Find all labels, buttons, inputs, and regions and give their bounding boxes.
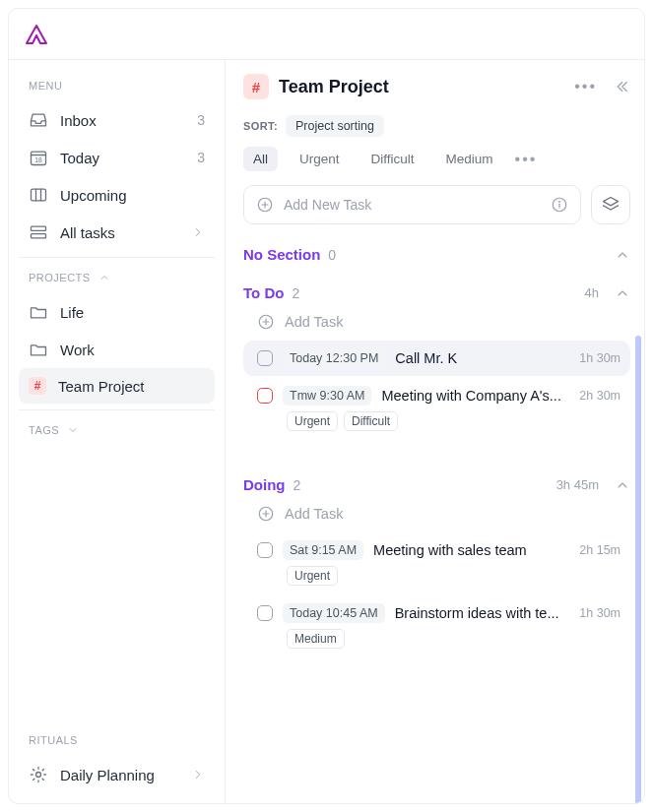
- task-duration: 1h 30m: [579, 606, 620, 620]
- filter-row: All Urgent Difficult Medium •••: [243, 147, 630, 171]
- chevron-right-icon: [191, 225, 205, 239]
- task-when: Today 12:30 PM: [283, 348, 385, 368]
- info-icon[interactable]: [551, 196, 568, 214]
- section-count: 2: [292, 285, 299, 301]
- task-row[interactable]: Tmw 9:30 AM Meeting with Company A's... …: [243, 378, 630, 439]
- add-new-task-input[interactable]: Add New Task: [243, 185, 581, 224]
- task-checkbox[interactable]: [257, 350, 273, 366]
- nav-inbox[interactable]: Inbox 3: [19, 101, 215, 139]
- nav-label: Today: [60, 150, 99, 166]
- sun-icon: [29, 765, 48, 784]
- section-name[interactable]: To Do: [243, 284, 284, 301]
- folder-icon: [29, 302, 48, 322]
- sort-value[interactable]: Project sorting: [286, 115, 384, 137]
- chevron-up-icon[interactable]: [615, 477, 630, 493]
- section-name[interactable]: No Section: [243, 246, 320, 263]
- nav-today[interactable]: 18 Today 3: [19, 139, 215, 176]
- task-when: Tmw 9:30 AM: [283, 386, 371, 406]
- nav-count: 3: [197, 112, 205, 128]
- task-duration: 2h 30m: [579, 389, 620, 403]
- svg-rect-4: [32, 234, 46, 238]
- task-checkbox[interactable]: [257, 605, 273, 621]
- project-team-project[interactable]: # Team Project: [19, 368, 215, 404]
- nav-label: Upcoming: [60, 187, 127, 204]
- content: # Team Project ••• SORT: Project sorting…: [226, 60, 644, 803]
- section-count: 2: [294, 477, 301, 493]
- folder-icon: [29, 340, 48, 359]
- topbar: [9, 9, 644, 60]
- chevron-down-icon: [67, 424, 79, 436]
- page-header: # Team Project •••: [243, 74, 630, 99]
- svg-text:18: 18: [34, 156, 42, 163]
- section-no-section: No Section 0: [243, 246, 630, 263]
- section-to-do: To Do 2 4h Add Task Today 12:30 PM Cal: [243, 284, 630, 439]
- filter-urgent[interactable]: Urgent: [290, 147, 350, 171]
- task-tag[interactable]: Urgent: [287, 566, 338, 586]
- plus-icon: [257, 505, 275, 523]
- collapse-icon[interactable]: [613, 78, 630, 95]
- section-name[interactable]: Doing: [243, 476, 286, 493]
- section-doing: Doing 2 3h 45m Add Task Sat 9:15 AM Me: [243, 476, 630, 656]
- svg-point-5: [36, 773, 41, 778]
- logo-icon: [25, 24, 48, 45]
- chevron-up-icon[interactable]: [615, 247, 630, 263]
- nav-label: Life: [60, 304, 84, 321]
- layers-button[interactable]: [591, 185, 630, 224]
- task-row[interactable]: Sat 9:15 AM Meeting with sales team 2h 1…: [243, 532, 630, 593]
- task-tag[interactable]: Medium: [287, 629, 345, 649]
- list-icon: [29, 222, 48, 242]
- svg-rect-2: [32, 189, 46, 201]
- task-duration: 1h 30m: [579, 351, 620, 365]
- add-task-button[interactable]: Add Task: [243, 493, 630, 532]
- divider: [19, 409, 215, 410]
- page-title: Team Project: [279, 77, 389, 97]
- chevron-up-icon[interactable]: [615, 285, 630, 301]
- task-checkbox[interactable]: [257, 542, 273, 558]
- calendar-icon: 18: [29, 148, 48, 167]
- divider: [19, 257, 215, 258]
- add-new-placeholder: Add New Task: [284, 197, 371, 213]
- section-duration: 4h: [585, 285, 599, 300]
- projects-heading[interactable]: PROJECTS: [19, 268, 215, 293]
- task-tag[interactable]: Urgent: [287, 411, 338, 431]
- inbox-icon: [29, 110, 48, 130]
- chevron-right-icon: [191, 768, 205, 781]
- task-row[interactable]: Today 12:30 PM Call Mr. K 1h 30m: [243, 341, 630, 376]
- chevron-up-icon: [98, 272, 110, 283]
- task-tag[interactable]: Difficult: [344, 411, 398, 431]
- more-filters-icon[interactable]: •••: [515, 151, 538, 168]
- task-title: Meeting with Company A's...: [381, 388, 561, 404]
- section-count: 0: [328, 247, 336, 263]
- task-checkbox[interactable]: [257, 388, 273, 404]
- sort-row: SORT: Project sorting: [243, 115, 630, 137]
- task-title: Meeting with sales team: [373, 542, 527, 558]
- nav-label: All tasks: [60, 224, 115, 241]
- add-task-button[interactable]: Add Task: [243, 301, 630, 341]
- tags-heading[interactable]: TAGS: [19, 420, 215, 446]
- task-when: Sat 9:15 AM: [283, 540, 363, 560]
- task-title: Brainstorm ideas with te...: [395, 605, 559, 621]
- filter-medium[interactable]: Medium: [436, 147, 503, 171]
- project-life[interactable]: Life: [19, 293, 215, 331]
- app-window: MENU Inbox 3 18 Today 3 Upcoming All tas…: [8, 8, 645, 804]
- filter-difficult[interactable]: Difficult: [361, 147, 424, 171]
- ritual-daily-planning[interactable]: Daily Planning: [19, 756, 215, 793]
- task-duration: 2h 15m: [579, 543, 620, 557]
- hash-icon: #: [243, 74, 269, 99]
- nav-all-tasks[interactable]: All tasks: [19, 214, 215, 251]
- task-row[interactable]: Today 10:45 AM Brainstorm ideas with te.…: [243, 595, 630, 656]
- hash-icon: #: [29, 377, 46, 395]
- scrollbar[interactable]: [635, 336, 641, 803]
- nav-upcoming[interactable]: Upcoming: [19, 176, 215, 214]
- nav-label: Team Project: [58, 378, 145, 395]
- more-icon[interactable]: •••: [574, 78, 597, 95]
- plus-icon: [257, 313, 275, 331]
- filter-all[interactable]: All: [243, 147, 278, 171]
- rituals-heading: RITUALS: [19, 730, 215, 756]
- plus-icon: [256, 196, 274, 214]
- nav-label: Inbox: [60, 112, 97, 129]
- sidebar: MENU Inbox 3 18 Today 3 Upcoming All tas…: [9, 60, 226, 803]
- task-title: Call Mr. K: [395, 350, 457, 366]
- project-work[interactable]: Work: [19, 331, 215, 368]
- section-duration: 3h 45m: [556, 477, 599, 492]
